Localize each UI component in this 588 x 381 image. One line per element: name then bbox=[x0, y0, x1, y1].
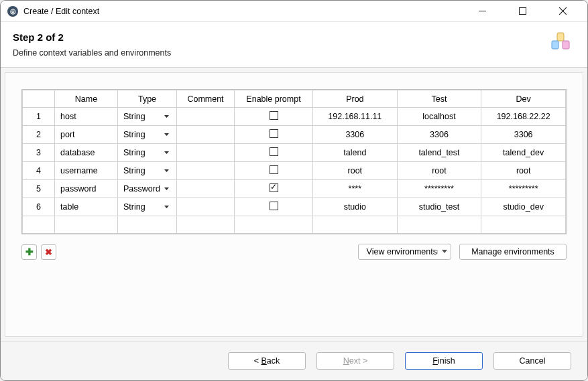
comment-cell[interactable] bbox=[177, 126, 235, 144]
table-header-row: Name Type Comment Enable prompt Prod Tes… bbox=[23, 90, 566, 108]
type-cell[interactable]: String bbox=[118, 162, 177, 180]
row-num: 6 bbox=[23, 198, 55, 216]
name-cell[interactable]: database bbox=[55, 144, 118, 162]
env-prod-cell[interactable]: 3306 bbox=[313, 126, 398, 144]
col-header-prod[interactable]: Prod bbox=[313, 90, 398, 108]
type-cell[interactable]: String bbox=[118, 126, 177, 144]
comment-cell[interactable] bbox=[177, 108, 235, 126]
env-test-cell[interactable]: ********* bbox=[397, 180, 481, 198]
col-header-name[interactable]: Name bbox=[55, 90, 118, 108]
col-header-test[interactable]: Test bbox=[397, 90, 481, 108]
back-button[interactable]: < Back bbox=[228, 352, 306, 370]
minimize-button[interactable] bbox=[469, 3, 495, 19]
env-prod-cell[interactable]: talend bbox=[313, 144, 398, 162]
type-dropdown-button[interactable] bbox=[162, 184, 171, 194]
col-header-dev[interactable]: Dev bbox=[481, 90, 566, 108]
col-header-comment[interactable]: Comment bbox=[177, 90, 235, 108]
table-row[interactable]: 5passwordPassword********************** bbox=[23, 180, 566, 198]
row-num: 3 bbox=[23, 144, 55, 162]
svg-rect-5 bbox=[552, 41, 558, 49]
name-cell[interactable]: host bbox=[55, 108, 118, 126]
close-button[interactable] bbox=[550, 3, 575, 19]
env-prod-cell[interactable]: 192.168.11.11 bbox=[313, 108, 398, 126]
env-test-cell[interactable]: talend_test bbox=[397, 144, 481, 162]
delete-row-button[interactable]: ✖ bbox=[41, 244, 56, 260]
svg-marker-13 bbox=[442, 250, 447, 253]
maximize-button[interactable] bbox=[510, 3, 535, 19]
comment-cell[interactable] bbox=[177, 144, 235, 162]
env-dev-cell[interactable]: ********* bbox=[481, 180, 566, 198]
step-title: Step 2 of 2 bbox=[13, 31, 171, 43]
prompt-cell[interactable] bbox=[235, 108, 313, 126]
svg-marker-12 bbox=[164, 206, 169, 208]
svg-marker-9 bbox=[164, 151, 169, 154]
name-cell[interactable]: port bbox=[55, 126, 118, 144]
prompt-checkbox[interactable] bbox=[270, 111, 278, 120]
row-num: 2 bbox=[23, 126, 55, 144]
cancel-button[interactable]: Cancel bbox=[493, 352, 571, 370]
type-dropdown-button[interactable] bbox=[162, 112, 171, 121]
type-cell[interactable]: String bbox=[118, 198, 177, 216]
row-num: 4 bbox=[23, 162, 55, 180]
env-dev-cell[interactable]: studio_dev bbox=[481, 198, 566, 216]
env-test-cell[interactable]: localhost bbox=[397, 108, 481, 126]
comment-cell[interactable] bbox=[177, 198, 235, 216]
view-environments-button[interactable]: View environments bbox=[358, 244, 451, 260]
prompt-checkbox[interactable] bbox=[270, 147, 278, 156]
name-cell[interactable]: username bbox=[55, 162, 118, 180]
svg-line-3 bbox=[559, 7, 567, 15]
next-button: Next > bbox=[316, 352, 394, 370]
env-dev-cell[interactable]: 192.168.22.22 bbox=[481, 108, 566, 126]
chevron-down-icon bbox=[164, 187, 169, 191]
view-environments-dropdown[interactable] bbox=[437, 250, 451, 254]
comment-cell[interactable] bbox=[177, 162, 235, 180]
type-dropdown-button[interactable] bbox=[162, 148, 171, 157]
type-cell[interactable]: String bbox=[118, 144, 177, 162]
type-dropdown-button[interactable] bbox=[162, 130, 171, 139]
table-row[interactable]: 2portString330633063306 bbox=[23, 126, 566, 144]
env-test-cell[interactable]: studio_test bbox=[397, 198, 481, 216]
type-cell[interactable]: String bbox=[118, 108, 177, 126]
finish-button[interactable]: Finish bbox=[405, 352, 483, 370]
env-dev-cell[interactable]: talend_dev bbox=[481, 144, 566, 162]
type-dropdown-button[interactable] bbox=[162, 166, 171, 175]
env-test-cell[interactable]: root bbox=[397, 162, 481, 180]
col-header-prompt[interactable]: Enable prompt bbox=[235, 90, 313, 108]
table-row[interactable]: 3databaseStringtalendtalend_testtalend_d… bbox=[23, 144, 566, 162]
prompt-cell[interactable] bbox=[235, 162, 313, 180]
col-header-type[interactable]: Type bbox=[118, 90, 177, 108]
window-controls bbox=[469, 3, 585, 19]
env-prod-cell[interactable]: **** bbox=[313, 180, 398, 198]
env-dev-cell[interactable]: root bbox=[481, 162, 566, 180]
prompt-cell[interactable] bbox=[235, 180, 313, 198]
env-prod-cell[interactable]: studio bbox=[313, 198, 398, 216]
env-dev-cell[interactable]: 3306 bbox=[481, 126, 566, 144]
prompt-checkbox[interactable] bbox=[270, 129, 278, 138]
env-prod-cell[interactable]: root bbox=[313, 162, 398, 180]
name-cell[interactable]: password bbox=[55, 180, 118, 198]
type-dropdown-button[interactable] bbox=[162, 202, 171, 212]
prompt-cell[interactable] bbox=[235, 198, 313, 216]
step-description: Define context variables and environment… bbox=[13, 48, 171, 58]
prompt-cell[interactable] bbox=[235, 144, 313, 162]
name-cell[interactable]: table bbox=[55, 198, 118, 216]
prompt-checkbox[interactable] bbox=[270, 183, 278, 192]
env-test-cell[interactable]: 3306 bbox=[397, 126, 481, 144]
comment-cell[interactable] bbox=[177, 180, 235, 198]
svg-line-2 bbox=[559, 7, 567, 15]
chevron-down-icon bbox=[442, 250, 447, 254]
dialog-window: ◎ Create / Edit context Step 2 of 2 Defi… bbox=[0, 0, 588, 381]
table-row[interactable]: 4usernameStringrootrootroot bbox=[23, 162, 566, 180]
prompt-checkbox[interactable] bbox=[270, 165, 278, 174]
type-cell[interactable]: Password bbox=[118, 180, 177, 198]
chevron-down-icon bbox=[164, 169, 169, 173]
add-row-button[interactable]: ✚ bbox=[21, 244, 37, 260]
prompt-checkbox[interactable] bbox=[270, 202, 278, 210]
prompt-cell[interactable] bbox=[235, 126, 313, 144]
table-row-empty[interactable] bbox=[23, 216, 566, 234]
table-row[interactable]: 1hostString192.168.11.11localhost192.168… bbox=[23, 108, 566, 126]
wizard-header: Step 2 of 2 Define context variables and… bbox=[1, 22, 587, 68]
table-row[interactable]: 6tableStringstudiostudio_teststudio_dev bbox=[23, 198, 566, 216]
manage-environments-button[interactable]: Manage environments bbox=[459, 244, 567, 260]
window-title: Create / Edit context bbox=[23, 7, 469, 16]
